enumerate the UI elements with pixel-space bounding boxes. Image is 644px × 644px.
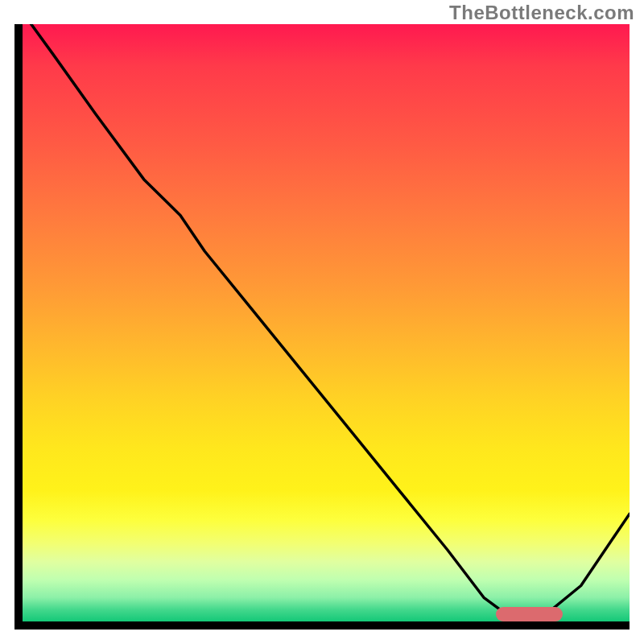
line-chart [23,24,630,621]
plot-area [23,24,630,621]
watermark-text: TheBottleneck.com [449,2,634,24]
optimal-range-marker [496,607,563,621]
plot-frame [14,24,630,630]
bottleneck-curve-path [23,24,630,616]
